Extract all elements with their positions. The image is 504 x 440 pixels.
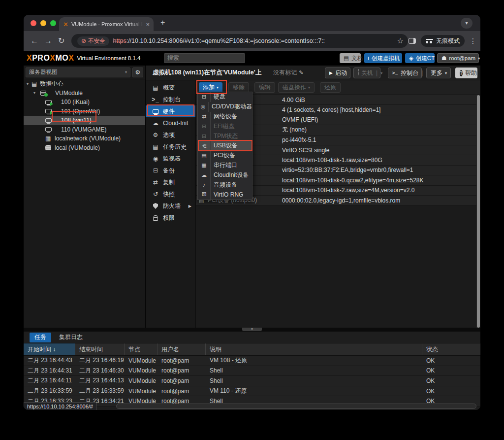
task-row[interactable]: 二月 23 16:44:43二月 23 16:46:19VUModuleroot… [24, 356, 480, 366]
menu-item--[interactable]: 硬件 [146, 105, 195, 117]
tab-cluster-log[interactable]: 集群日志 [54, 333, 88, 342]
address-bar[interactable]: ⊘ 不安全 https://10.10.10.254:8006/#v1:0:=q… [71, 34, 408, 48]
usb-icon: Ψ [198, 141, 211, 151]
add-menu-item--[interactable]: ▦串行端口 [198, 161, 252, 170]
tree-item-local-vumodule-[interactable]: local (VUModule) [24, 143, 145, 153]
more-button[interactable]: 更多▾ [426, 68, 451, 78]
resource-tree: ▾▤数据中心▾VUModule100 (iKuai)101 (OpenWrt)1… [24, 79, 145, 152]
add-menu-item-virtio-rng[interactable]: ⚄VirtIO RNG [198, 190, 252, 200]
start-button[interactable]: ▶启动 [325, 68, 350, 78]
expand-caret-icon[interactable]: ▾ [27, 82, 29, 86]
remove-button[interactable]: 移除 [228, 82, 249, 93]
add-button[interactable]: 添加▾ [199, 82, 222, 93]
column-header-1[interactable]: 结束时间 [75, 343, 125, 355]
tree-item-110-vumgame-[interactable]: 110 (VUMGAME) [24, 125, 145, 135]
tree-item-108-win11-[interactable]: 108 (win11) [24, 116, 145, 125]
column-header-2[interactable]: 节点 [125, 343, 158, 355]
zoom-window-button[interactable] [50, 20, 56, 26]
back-button[interactable]: ← [31, 36, 38, 46]
pci-icon: ▤ [198, 151, 211, 161]
cd-icon: ◎ [198, 102, 209, 112]
column-header-3[interactable]: 用户名 [158, 343, 206, 355]
reload-button[interactable]: ↻ [58, 36, 64, 46]
minimize-window-button[interactable] [40, 20, 46, 26]
task-row[interactable]: 二月 23 16:44:31二月 23 16:46:30VUModuleroot… [24, 366, 480, 376]
menu-item--[interactable]: ⇄复制 [146, 176, 195, 188]
network-icon: ▦ [45, 135, 51, 141]
url-text: https://10.10.10.254:8006/#v1:0:=qemu%2F… [113, 37, 325, 44]
task-cell: 二月 23 16:46:30 [75, 366, 125, 376]
column-header-0[interactable]: 开始时间 ↓ [24, 343, 75, 355]
side-panel-icon[interactable] [409, 38, 416, 44]
security-badge[interactable]: ⊘ 不安全 [77, 36, 109, 46]
add-menu-item--[interactable]: ⊟硬盘 [198, 92, 252, 102]
column-header-5[interactable]: 状态 [422, 343, 480, 355]
help-button[interactable]: ?帮助 [455, 68, 477, 78]
tree-item-101-openwrt-[interactable]: 101 (OpenWrt) [24, 107, 145, 116]
menu-item-label: 备份 [163, 167, 175, 175]
tab-search-chevron-icon[interactable]: ▾ [461, 18, 472, 29]
vm-title-bar: 虚拟机108 (win11)在节点'VUModule'上 没有标记 ✎ ▶启动 … [146, 66, 480, 80]
horizontal-scrollbar[interactable] [116, 404, 476, 409]
menu-item--[interactable]: ▤概要 [146, 82, 195, 94]
disk-action-button[interactable]: 磁盘操作▾ [278, 82, 315, 93]
forward-button[interactable]: → [44, 36, 52, 46]
add-menu-item-usb-[interactable]: ΨUSB设备 [198, 141, 252, 151]
collapse-handle[interactable]: ▾ [242, 328, 262, 331]
tree-item--[interactable]: ▾▤数据中心 [24, 79, 145, 89]
menu-item--[interactable]: ⚙选项 [146, 129, 195, 141]
view-select[interactable]: 服务器视图▾ [26, 68, 130, 77]
shutdown-button[interactable]: 关机|▾ [353, 68, 380, 78]
task-panel: 任务集群日志 开始时间 ↓结束时间节点用户名说明状态 二月 23 16:44:4… [24, 332, 480, 410]
tree-item-vumodule[interactable]: ▾VUModule [24, 89, 145, 98]
task-cell: 二月 23 16:44:11 [24, 376, 75, 386]
create-vm-button[interactable]: 创建虚拟机 [364, 53, 402, 63]
tab-close-icon[interactable]: × [146, 21, 150, 28]
menu-item-cloud-init[interactable]: ☁Cloud-Init [146, 117, 195, 129]
column-header-4[interactable]: 说明 [206, 343, 422, 355]
menu-item--[interactable]: 防火墙▶ [146, 200, 195, 212]
menu-item-label: 快照 [163, 190, 175, 199]
menu-item--[interactable]: ⊟备份 [146, 165, 195, 176]
add-menu-item-cd-dvd-[interactable]: ◎CD/DVD驱动器 [198, 102, 252, 112]
add-menu-item--[interactable]: ♪音频设备 [198, 180, 252, 190]
task-cell: VUModule [125, 366, 158, 376]
menu-item--[interactable]: ◉监视器 [146, 153, 195, 165]
edit-tags-pencil-icon[interactable]: ✎ [299, 69, 303, 76]
add-menu-item--[interactable]: ⇄网络设备 [198, 112, 252, 122]
new-tab-button[interactable]: + [160, 19, 165, 27]
expand-caret-icon[interactable]: ▾ [33, 91, 35, 95]
task-cell: OK [422, 356, 480, 366]
create-ct-button[interactable]: ◈创建CT [405, 53, 435, 63]
menu-item--[interactable]: 权限 [146, 212, 195, 224]
add-menu-item-cloudinit-[interactable]: ☁CloudInit设备 [198, 170, 252, 180]
menu-item--[interactable]: ▤任务历史 [146, 141, 195, 153]
task-tabs: 任务集群日志 [24, 332, 480, 343]
bookmark-star-icon[interactable]: ☆ [397, 36, 404, 45]
add-menu-item-pci-[interactable]: ▤PCI设备 [198, 151, 252, 161]
tree-settings-gear-icon[interactable]: ⚙ [132, 68, 143, 77]
close-window-button[interactable] [31, 20, 36, 26]
panel-splitter[interactable]: ▾ [24, 328, 480, 332]
browser-menu-icon[interactable]: ⋮ [470, 37, 476, 45]
tree-item-localnetwork-vumodule-[interactable]: ▦localnetwork (VUModule) [24, 134, 145, 143]
search-input[interactable]: 搜索 [164, 53, 245, 63]
hardware-row-value: local:108/vm-108-disk-0.qcow2,efitype=4m… [282, 177, 423, 184]
tree-item-100-ikuai-[interactable]: 100 (iKuai) [24, 98, 145, 107]
browser-tab[interactable]: ✕ VUModule - Proxmox Virtual E × [59, 17, 154, 31]
user-menu-button[interactable]: ☗root@pam▾ [437, 53, 479, 63]
task-row[interactable]: 二月 23 16:33:59二月 23 16:33:59VUModuleroot… [24, 386, 480, 397]
documentation-button[interactable]: ▤文档 [340, 53, 361, 63]
datacenter-icon: ▤ [32, 81, 37, 87]
console-button[interactable]: >_控制台|▾ [388, 68, 422, 78]
task-cell: root@pam [158, 356, 206, 366]
tab-tasks[interactable]: 任务 [30, 333, 51, 342]
content-scrollbar[interactable] [476, 95, 480, 328]
cube-icon: ◈ [409, 55, 413, 62]
edit-button[interactable]: 编辑 [254, 82, 275, 93]
revert-button[interactable]: 还原 [320, 82, 341, 93]
task-row[interactable]: 二月 23 16:44:11二月 23 16:44:13VUModuleroot… [24, 376, 480, 386]
menu-item--[interactable]: >_控制台 [146, 94, 195, 105]
browser-window: ✕ VUModule - Proxmox Virtual E × + ▾ ← →… [24, 15, 480, 410]
menu-item--[interactable]: ↺快照 [146, 188, 195, 200]
